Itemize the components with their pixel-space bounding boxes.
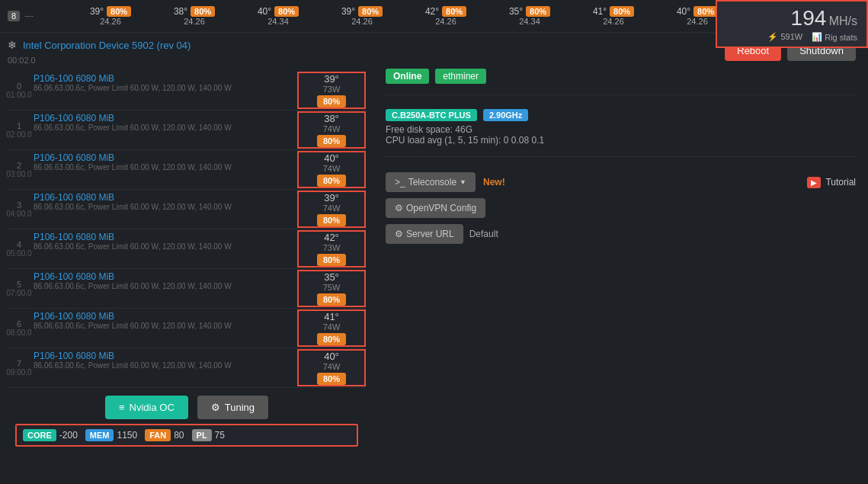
gpu-info-6: P106-100 6080 MiB 86.06.63.00.6c, Power … <box>30 309 297 348</box>
table-row: 5 07:00.0 P106-100 6080 MiB 86.06.63.00.… <box>8 269 366 309</box>
divider-1 <box>386 95 856 95</box>
oc-params-bar: CORE -200 MEM 1150 FAN 80 PL 75 <box>15 424 358 447</box>
gpu-index-4: 4 05:00.0 <box>8 229 30 268</box>
fan-badge-2: 80% <box>274 6 299 17</box>
nvidia-oc-button[interactable]: ≡ Nvidia OC <box>105 396 188 419</box>
gpu-temp-item-1: 38° 80% 24.26 <box>152 5 236 27</box>
tutorial-link[interactable]: ▶ Tutorial <box>807 177 856 188</box>
tools-section: >_ Teleconsole ▼ New! ▶ Tutorial ⚙ OpenV… <box>386 172 856 244</box>
temp-text-0: 39° <box>90 6 104 17</box>
gpu-index-2: 2 03:00.0 <box>8 150 30 189</box>
gpu-info-5: P106-100 6080 MiB 86.06.63.00.6c, Power … <box>30 269 297 308</box>
openvpn-row: ⚙ OpenVPN Config <box>386 198 856 218</box>
hash-small-7: 24.26 <box>687 17 708 26</box>
gear-icon-openvpn: ⚙ <box>395 203 403 213</box>
table-row: 0 01:00.0 P106-100 6080 MiB 86.06.63.00.… <box>8 71 366 111</box>
fan-value: 80 <box>174 430 184 441</box>
gpu-stats-3: 39° 74W 80% <box>297 191 366 228</box>
hash-small-0: 24.26 <box>100 17 121 26</box>
temp-text-7: 40° <box>677 6 690 17</box>
teleconsole-button[interactable]: >_ Teleconsole ▼ <box>386 172 476 192</box>
temp-text-6: 41° <box>593 6 607 17</box>
gpu-stats-2: 40° 74W 80% <box>297 151 366 188</box>
gear-icon: ⚙ <box>211 402 220 413</box>
gear-icon-server: ⚙ <box>395 229 403 239</box>
left-panel: ❄ Intel Corporation Device 5902 (rev 04)… <box>0 33 373 463</box>
gpu-stats-5: 35° 75W 80% <box>297 270 366 307</box>
youtube-icon: ▶ <box>807 177 821 188</box>
new-badge: New! <box>483 177 505 188</box>
gpu-index-7: 7 09:00.0 <box>8 348 30 387</box>
fan-label: FAN <box>145 429 171 441</box>
table-row: 4 05:00.0 P106-100 6080 MiB 86.06.63.00.… <box>8 229 366 269</box>
gpu-temp-item-4: 42° 80% 24.26 <box>404 5 488 27</box>
rig-id: 8 --- <box>8 11 53 21</box>
gpu-index-6: 6 08:00.0 <box>8 309 30 348</box>
hash-small-1: 24.26 <box>184 17 205 26</box>
online-badge: Online <box>386 69 429 84</box>
device-header: ❄ Intel Corporation Device 5902 (rev 04) <box>8 39 366 51</box>
temp-text-5: 35° <box>509 6 523 17</box>
core-label: CORE <box>23 429 56 441</box>
sliders-icon: ≡ <box>119 402 125 413</box>
power-consumption: ⚡ 591W <box>767 32 802 42</box>
mem-label: MEM <box>85 429 114 441</box>
cpu-badge: 2.90GHz <box>483 109 528 121</box>
openvpn-button[interactable]: ⚙ OpenVPN Config <box>386 198 485 218</box>
system-info: C.B250A-BTC PLUS 2.90GHz Free disk space… <box>386 109 856 146</box>
hash-small-4: 24.26 <box>435 17 456 26</box>
tuning-button[interactable]: ⚙ Tuning <box>197 396 268 419</box>
gpu-stats-4: 42° 73W 80% <box>297 230 366 268</box>
hash-small-6: 24.26 <box>603 17 624 26</box>
gpu-info-0: P106-100 6080 MiB 86.06.63.00.6c, Power … <box>30 71 297 110</box>
gpu-info-3: P106-100 6080 MiB 86.06.63.00.6c, Power … <box>30 190 297 229</box>
gpu-temp-item-0: 39° 80% 24.26 <box>69 5 152 27</box>
cpu-load-text: CPU load avg (1, 5, 15 min): 0 0.08 0.1 <box>386 135 856 146</box>
fan-badge-5: 80% <box>526 6 550 17</box>
divider-2 <box>386 156 856 157</box>
gpu-temp-item-3: 39° 80% 24.26 <box>320 5 404 27</box>
pl-value: 75 <box>215 430 225 441</box>
gpu-index-0: 0 01:00.0 <box>8 71 30 110</box>
hashrate-box: 194 MH/s ⚡ 591W 📊 Rig stats <box>716 0 868 48</box>
temp-text-4: 42° <box>425 6 439 17</box>
table-row: 3 04:00.0 P106-100 6080 MiB 86.06.63.00.… <box>8 190 366 229</box>
table-row: 6 08:00.0 P106-100 6080 MiB 86.06.63.00.… <box>8 309 366 348</box>
gpu-stats-1: 38° 74W 80% <box>297 111 366 149</box>
server-url-button[interactable]: ⚙ Server URL <box>386 224 463 244</box>
table-row: 1 02:00.0 P106-100 6080 MiB 86.06.63.00.… <box>8 111 366 150</box>
gpu-index-1: 1 02:00.0 <box>8 111 30 149</box>
teleconsole-row: >_ Teleconsole ▼ New! ▶ Tutorial <box>386 172 856 192</box>
table-row: 2 03:00.0 P106-100 6080 MiB 86.06.63.00.… <box>8 150 366 190</box>
bottom-buttons: ≡ Nvidia OC ⚙ Tuning <box>8 388 366 424</box>
server-url-value: Default <box>469 229 498 239</box>
device-icon: ❄ <box>8 39 17 51</box>
fan-badge-1: 80% <box>191 6 215 17</box>
rig-id-badge: 8 <box>8 11 20 21</box>
gpu-stats-7: 40° 74W 80% <box>297 349 366 386</box>
hashrate-unit: MH/s <box>829 14 857 27</box>
miner-badge: ethminer <box>435 69 486 84</box>
gpu-info-1: P106-100 6080 MiB 86.06.63.00.6c, Power … <box>30 111 297 149</box>
temp-text-1: 38° <box>174 6 187 17</box>
hash-small-3: 24.26 <box>351 17 373 26</box>
table-row: 7 09:00.0 P106-100 6080 MiB 86.06.63.00.… <box>8 348 366 388</box>
gpu-info-7: P106-100 6080 MiB 86.06.63.00.6c, Power … <box>30 348 297 387</box>
gpu-temp-item-5: 35° 80% 24.34 <box>488 5 572 27</box>
fan-badge-6: 80% <box>610 6 634 17</box>
gpu-info-2: P106-100 6080 MiB 86.06.63.00.6c, Power … <box>30 150 297 189</box>
server-url-row: ⚙ Server URL Default <box>386 224 856 244</box>
fan-badge-4: 80% <box>442 6 466 17</box>
core-value: -200 <box>59 430 78 441</box>
hashrate-value: 194 <box>791 6 827 30</box>
terminal-icon: >_ <box>395 177 405 188</box>
right-panel: Reboot Shutdown Online ethminer C.B250A-… <box>373 33 868 463</box>
rig-stats-link[interactable]: 📊 Rig stats <box>812 32 857 42</box>
gpu-stats-6: 41° 74W 80% <box>297 309 366 347</box>
mem-value: 1150 <box>117 430 137 441</box>
hash-small-2: 24.34 <box>267 17 289 26</box>
device-uptime: 00:02.0 <box>8 56 366 65</box>
fan-badge-3: 80% <box>358 6 383 17</box>
gpu-info-4: P106-100 6080 MiB 86.06.63.00.6c, Power … <box>30 229 297 268</box>
mb-badge: C.B250A-BTC PLUS <box>386 109 477 121</box>
